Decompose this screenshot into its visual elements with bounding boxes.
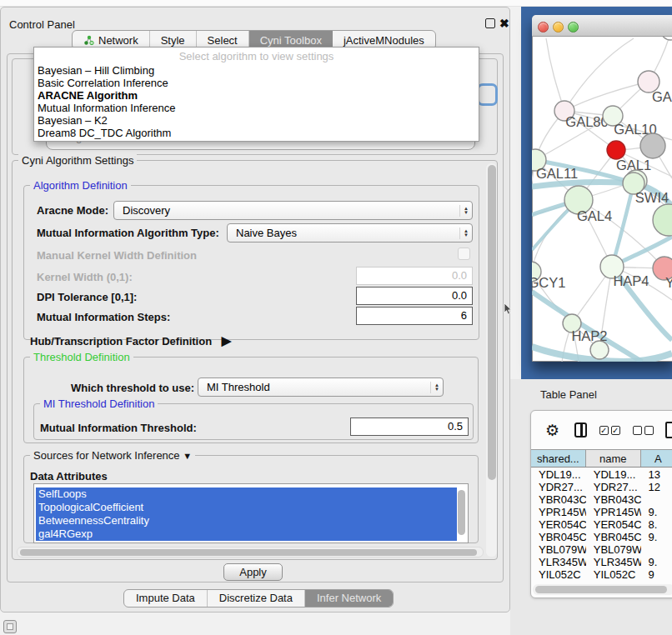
network-edge[interactable] xyxy=(546,38,564,111)
bottom-tab-infer-network[interactable]: Infer Network xyxy=(305,590,393,607)
bottom-tab-impute-data[interactable]: Impute Data xyxy=(124,590,208,607)
close-icon[interactable]: ✖ xyxy=(499,17,509,30)
network-node[interactable] xyxy=(640,133,665,158)
table-row[interactable]: YLR345WYLR345W9. xyxy=(531,556,672,568)
kernel-width-input[interactable]: 0.0 xyxy=(356,267,473,285)
float-window-icon[interactable] xyxy=(485,18,495,28)
table-cell: YBL079W xyxy=(586,543,641,556)
columns-icon[interactable] xyxy=(574,422,587,438)
tab-label: Cyni Toolbox xyxy=(260,34,322,47)
table-cell: YPR145W xyxy=(531,506,586,518)
attribute-item[interactable]: TopologicalCoefficient xyxy=(36,501,457,514)
list-vertical-scrollbar[interactable] xyxy=(458,490,465,535)
column-header-a[interactable]: A xyxy=(641,450,672,467)
table-cell: 9. xyxy=(641,556,672,568)
bottom-tab-discretize-data[interactable]: Discretize Data xyxy=(208,590,305,607)
network-canvas[interactable]: GALGAL80GAL10GAL1GAL11SWI4GAL4GCY1HAP4YH… xyxy=(532,37,672,362)
which-threshold-select[interactable]: MI Threshold ▲▼ xyxy=(198,378,444,397)
refresh-button-partial[interactable] xyxy=(477,83,498,106)
manual-kernel-label: Manual Kernel Width Definition xyxy=(37,249,197,262)
column-header-name[interactable]: name xyxy=(586,450,641,467)
table-cell: YBR045C xyxy=(531,531,586,543)
algorithm-dropdown-items: Bayesian – Hill ClimbingBasic Correlatio… xyxy=(34,64,479,139)
table-row[interactable]: YBR043CYBR043C xyxy=(531,493,672,506)
table-cell: 9. xyxy=(641,531,672,543)
mi-threshold-group-title: MI Threshold Definition xyxy=(40,398,158,410)
table-cell: YBR045C xyxy=(586,531,641,543)
aracne-mode-select[interactable]: Discovery ▲▼ xyxy=(113,201,473,220)
network-edge[interactable] xyxy=(564,38,634,111)
table-cell xyxy=(641,543,672,556)
table-cell: YLR345W xyxy=(586,556,641,568)
table-cell: YIL052C xyxy=(531,568,586,581)
collapse-arrow-icon: ▼ xyxy=(183,451,192,461)
close-traffic-light-icon[interactable] xyxy=(538,22,549,32)
hub-definition-toggle[interactable]: Hub/Transcription Factor Definition ▶ xyxy=(30,333,231,348)
network-node-gal1[interactable] xyxy=(607,141,625,159)
algorithm-option[interactable]: Bayesian – K2 xyxy=(34,114,479,127)
dock-panel-icon[interactable] xyxy=(3,620,17,633)
table-row[interactable]: YBL079WYBL079W xyxy=(531,543,672,556)
algorithm-option[interactable]: Dream8 DC_TDC Algorithm xyxy=(34,127,479,139)
node-table-card: ⚙ ✓✓ shared...nameA YDL19...YDL19...13YD… xyxy=(530,410,672,598)
algorithm-option[interactable]: ARACNE Algorithm xyxy=(34,89,479,102)
settings-hscrollbar-track[interactable] xyxy=(17,547,484,558)
table-header-row: shared...nameA xyxy=(531,449,672,468)
table-row[interactable]: YDL19...YDL19...13 xyxy=(531,468,672,481)
data-attributes-list[interactable]: SelfLoopsTopologicalCoefficientBetweenne… xyxy=(33,483,469,543)
table-row[interactable]: YPR145WYPR145W9. xyxy=(531,506,672,518)
settings-hscrollbar-thumb[interactable] xyxy=(20,549,477,556)
table-row[interactable]: YIL052CYIL052C9 xyxy=(531,568,672,581)
zoom-traffic-light-icon[interactable] xyxy=(568,22,579,32)
mi-threshold-input[interactable]: 0.5 xyxy=(350,418,469,436)
attribute-item[interactable]: BetweennessCentrality xyxy=(36,514,457,528)
algorithm-option[interactable]: Mutual Information Inference xyxy=(34,102,479,114)
mi-threshold-label: Mutual Information Threshold: xyxy=(40,422,197,434)
apply-button[interactable]: Apply xyxy=(223,563,283,581)
column-header-shared-[interactable]: shared... xyxy=(531,450,586,467)
deselect-all-checkboxes-icon[interactable] xyxy=(633,426,654,435)
threshold-definition-title: Threshold Definition xyxy=(30,351,133,363)
table-row[interactable]: YDR27...YDR27...12 xyxy=(531,481,672,493)
gear-icon[interactable]: ⚙ xyxy=(545,421,559,440)
table-cell: 12 xyxy=(641,481,672,493)
node-label: GAL4 xyxy=(577,208,612,223)
algorithm-definition-title: Algorithm Definition xyxy=(30,179,131,192)
dpi-tolerance-label: DPI Tolerance [0,1]: xyxy=(37,291,137,303)
sources-group-title[interactable]: Sources for Network Inference ▼ xyxy=(30,449,195,462)
aracne-mode-label: Aracne Mode: xyxy=(37,204,108,217)
export-table-icon[interactable] xyxy=(665,422,672,438)
table-cell: YLR345W xyxy=(531,556,586,568)
algorithm-option[interactable]: Bayesian – Hill Climbing xyxy=(34,64,479,77)
table-cell: YDR27... xyxy=(586,481,641,493)
tab-label: Select xyxy=(208,34,238,47)
network-node[interactable] xyxy=(590,341,609,359)
network-edge[interactable] xyxy=(564,82,649,111)
table-row[interactable]: YBR045CYBR045C9. xyxy=(531,531,672,543)
table-row[interactable]: YER054CYER054C8. xyxy=(531,518,672,531)
minimize-traffic-light-icon[interactable] xyxy=(553,22,564,32)
network-icon xyxy=(83,35,94,46)
which-threshold-label: Which threshold to use: xyxy=(71,382,194,394)
network-node[interactable] xyxy=(661,37,672,40)
node-label: GAL11 xyxy=(536,166,578,181)
kernel-width-label: Kernel Width (0,1): xyxy=(37,271,133,283)
settings-scrollbar-thumb[interactable] xyxy=(488,165,496,480)
table-hscrollbar[interactable] xyxy=(533,584,672,595)
tab-label: Style xyxy=(161,34,185,47)
table-cell xyxy=(641,493,672,506)
node-label: Y xyxy=(665,275,672,290)
node-label: SWI4 xyxy=(635,190,669,205)
dpi-tolerance-input[interactable]: 0.0 xyxy=(356,287,473,305)
network-node[interactable] xyxy=(653,204,672,236)
select-all-checkboxes-icon[interactable]: ✓✓ xyxy=(599,426,620,435)
network-edge[interactable] xyxy=(612,183,634,267)
algorithm-option[interactable]: Basic Correlation Inference xyxy=(34,77,479,89)
attribute-item[interactable]: SelfLoops xyxy=(36,488,457,501)
attribute-item[interactable]: gal4RGexp xyxy=(36,528,457,541)
mi-algorithm-type-label: Mutual Information Algorithm Type: xyxy=(37,227,219,239)
manual-kernel-checkbox[interactable] xyxy=(458,248,470,260)
table-cell: YPR145W xyxy=(586,506,641,518)
mi-steps-input[interactable]: 6 xyxy=(356,307,473,325)
mi-algorithm-type-select[interactable]: Naive Bayes ▲▼ xyxy=(227,223,473,242)
